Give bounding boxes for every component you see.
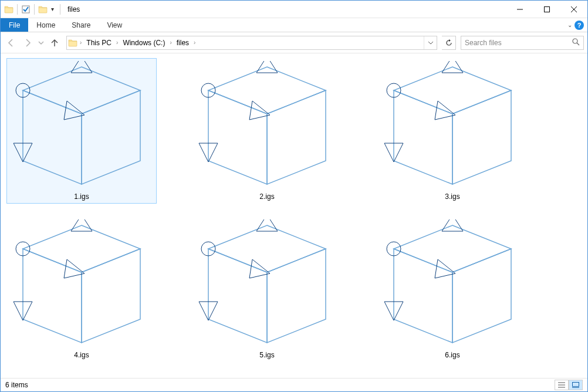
address-bar[interactable]: › This PC › Windows (C:) › files › [66,36,437,50]
chevron-right-icon[interactable]: › [192,39,197,46]
breadcrumb-drive[interactable]: Windows (C:) [120,39,167,47]
window-title: files [67,5,80,13]
separator [17,4,18,15]
breadcrumb-folder[interactable]: files [174,39,191,47]
svg-line-17 [577,43,579,45]
chevron-right-icon[interactable]: › [168,39,173,46]
tab-home[interactable]: Home [28,18,63,32]
properties-icon[interactable] [21,5,31,14]
chevron-right-icon[interactable]: › [115,39,119,46]
chevron-right-icon[interactable]: › [79,39,83,46]
quick-access-toolbar: ▾ files [1,1,80,18]
tab-file[interactable]: File [1,18,28,32]
search-box[interactable] [461,36,584,50]
details-view-button[interactable] [555,380,569,390]
navigation-bar: › This PC › Windows (C:) › files › [1,32,587,53]
ribbon-collapse-icon[interactable]: ⌄ [567,22,572,28]
back-button[interactable] [4,36,18,50]
forward-button[interactable] [21,36,35,50]
refresh-button[interactable] [442,36,456,50]
help-icon[interactable]: ? [575,21,584,30]
file-name-label: 5.igs [259,351,274,359]
svg-rect-13 [545,6,550,12]
file-item[interactable]: 6.igs [377,217,528,362]
item-count-label: 6 items [5,381,28,389]
file-name-label: 6.igs [445,351,459,359]
separator [34,4,35,15]
file-name-label: 1.igs [74,192,89,201]
folder-icon [38,5,48,14]
file-list-pane[interactable]: 1.igs2.igs3.igs4.igs5.igs6.igs [1,53,587,378]
file-item[interactable]: 4.igs [6,217,157,362]
view-switcher [555,380,583,390]
folder-icon [4,5,13,14]
file-name-label: 4.igs [74,351,89,359]
search-input[interactable] [465,39,572,47]
close-button[interactable] [560,1,587,18]
igs-file-icon [376,219,529,349]
igs-file-icon [191,219,343,349]
file-name-label: 3.igs [445,192,459,201]
tab-share[interactable]: Share [63,18,99,32]
svg-rect-21 [573,383,579,387]
title-bar: ▾ files [1,1,587,18]
search-icon[interactable] [572,38,580,48]
address-history-dropdown[interactable] [424,36,437,49]
file-item[interactable]: 1.igs [6,58,157,204]
breadcrumb-this-pc[interactable]: This PC [84,39,114,47]
maximize-button[interactable] [533,1,560,18]
ribbon: File Home Share View ⌄ ? [1,18,587,32]
status-bar: 6 items [1,378,587,391]
igs-file-icon [376,61,529,190]
separator [60,4,60,15]
large-icons-view-button[interactable] [569,380,583,390]
recent-locations-button[interactable] [37,36,45,50]
tab-view[interactable]: View [99,18,130,32]
minimize-button[interactable] [506,1,533,18]
window-controls [506,1,587,18]
file-name-label: 2.igs [259,192,274,201]
up-button[interactable] [48,36,62,50]
file-grid: 1.igs2.igs3.igs4.igs5.igs6.igs [6,58,582,362]
igs-file-icon [5,219,158,349]
file-item[interactable]: 3.igs [377,58,528,204]
folder-icon [68,38,77,48]
igs-file-icon [191,61,343,190]
svg-point-16 [573,39,577,43]
file-item[interactable]: 5.igs [192,217,342,362]
file-item[interactable]: 2.igs [192,58,342,204]
igs-file-icon [5,61,158,190]
quick-access-dropdown-icon[interactable]: ▾ [49,6,56,12]
